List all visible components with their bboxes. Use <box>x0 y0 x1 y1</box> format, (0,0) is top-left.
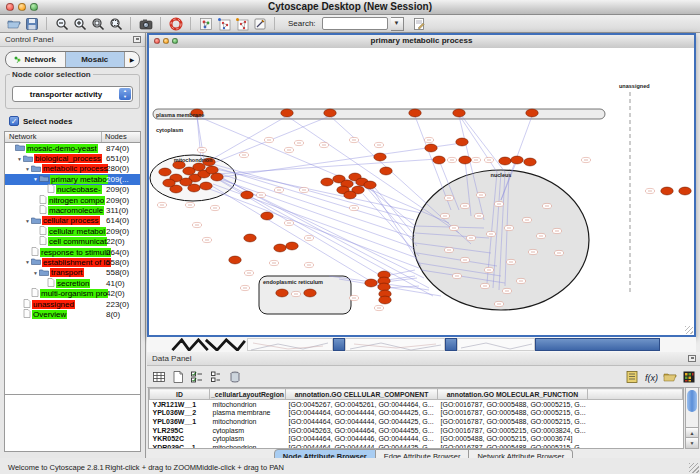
float-panel-icon[interactable] <box>133 36 141 43</box>
network-node[interactable] <box>324 109 336 117</box>
select-nodes-checkbox[interactable]: ✓ <box>9 116 19 126</box>
tree-row-macromolecule[interactable]: macromolecule311(0) <box>5 205 140 215</box>
network-node[interactable] <box>180 178 192 186</box>
background-window-fragment[interactable] <box>247 338 333 351</box>
network-node[interactable] <box>425 144 437 152</box>
edit-network-icon[interactable] <box>252 16 267 31</box>
new-attribute-icon[interactable] <box>170 369 185 384</box>
zoom-fit-icon[interactable] <box>108 16 123 31</box>
table-cell[interactable]: YPL036W__1 <box>150 417 210 426</box>
tree-row-transport[interactable]: ▼transport558(0) <box>5 268 140 278</box>
expand-arrow-icon[interactable]: ▼ <box>24 259 31 265</box>
tree-row-nucleobase-[interactable]: nucleobase-209(0) <box>5 185 140 195</box>
table-cell[interactable]: [GO:0044464, GO:0044444, GO:0044425, G..… <box>286 409 438 418</box>
table-row[interactable]: YPL036W__2plasma membrane[GO:0044464, GO… <box>150 409 683 418</box>
table-cell[interactable]: mitochondrion <box>210 400 286 409</box>
open-icon[interactable] <box>6 16 21 31</box>
layout-nodes-icon[interactable] <box>216 16 231 31</box>
network-canvas[interactable]: plasma membrane cytoplasm mitochondrion … <box>149 48 694 335</box>
attribute-list-icon[interactable] <box>624 369 639 384</box>
tree-row-overview[interactable]: Overview8(0) <box>5 309 140 319</box>
snapshot-icon[interactable] <box>138 16 153 31</box>
network-node[interactable] <box>163 179 175 187</box>
table-cell[interactable]: [GO:0016787, GO:0005488, GO:0005215, G..… <box>438 400 588 409</box>
network-node[interactable] <box>206 166 218 174</box>
network-node[interactable] <box>374 153 386 161</box>
column-header[interactable]: annotation.GO MOLECULAR_FUNCTION <box>438 389 588 400</box>
background-window-titlebar[interactable] <box>445 338 457 351</box>
network-node[interactable] <box>459 156 471 164</box>
network-node[interactable] <box>304 289 316 297</box>
network-node[interactable] <box>244 234 256 242</box>
network-edge[interactable] <box>217 159 437 174</box>
table-row[interactable]: YPL036W__1mitochondrion[GO:0044464, GO:0… <box>150 417 683 426</box>
network-node[interactable] <box>499 157 511 165</box>
network-node[interactable] <box>276 289 288 297</box>
column-header[interactable]: _cellularLayoutRegion <box>210 389 286 400</box>
scrollbar-thumb[interactable] <box>687 390 697 412</box>
table-cell[interactable]: [GO:0016787, GO:0005215, GO:0003824, G..… <box>438 426 588 435</box>
bird-eye-view[interactable] <box>4 394 141 452</box>
table-row[interactable]: YLR295Ccytoplasm[GO:0045263, GO:0044464,… <box>150 426 683 435</box>
annotation-icon[interactable] <box>412 16 427 31</box>
attribute-table[interactable]: ID_cellularLayoutRegionannotation.GO CEL… <box>148 387 684 449</box>
network-node[interactable] <box>365 279 377 287</box>
table-cell[interactable]: [GO:0044464, GO:0044446, GO:0044444, G..… <box>286 434 438 443</box>
node-color-combo[interactable]: transporter activity ▲▼ <box>12 86 133 102</box>
network-edge[interactable] <box>207 188 419 268</box>
network-edge[interactable] <box>212 186 382 288</box>
network-view-titlebar[interactable]: primary metabolic process <box>149 35 694 49</box>
network-edge[interactable] <box>367 188 417 246</box>
tree-row-cellular-process[interactable]: ▼cellular process614(0) <box>5 216 140 226</box>
overview-icon[interactable] <box>198 16 213 31</box>
help-icon[interactable] <box>168 16 183 31</box>
expand-arrow-icon[interactable]: ▼ <box>32 176 39 182</box>
network-node[interactable] <box>211 173 223 181</box>
expand-arrow-icon[interactable]: ▼ <box>16 156 23 162</box>
tree-header[interactable]: Network Nodes <box>5 132 140 143</box>
zoom-in-icon[interactable] <box>72 16 87 31</box>
network-resize-grip[interactable] <box>685 326 693 334</box>
network-node[interactable] <box>229 256 241 264</box>
table-scrollbar[interactable]: ▲ ▼ <box>685 387 699 449</box>
network-node[interactable] <box>526 109 538 117</box>
function-builder-icon[interactable]: f(x) <box>643 369 658 384</box>
zoom-out-icon[interactable] <box>54 16 69 31</box>
network-node[interactable] <box>241 191 253 199</box>
window-resize-grip[interactable] <box>689 463 699 473</box>
tree-row-secretion[interactable]: secretion41(0) <box>5 278 140 288</box>
network-node[interactable] <box>274 244 286 252</box>
network-node[interactable] <box>661 187 673 195</box>
zoom-selected-icon[interactable] <box>90 16 105 31</box>
import-attributes-icon[interactable] <box>662 369 677 384</box>
attribute-matrix-icon[interactable] <box>681 369 696 384</box>
float-panel-icon[interactable] <box>688 355 696 362</box>
table-cell[interactable]: YKR052C <box>150 434 210 443</box>
tabs-overflow-button[interactable]: ▶ <box>125 52 139 67</box>
delete-attribute-icon[interactable] <box>227 369 242 384</box>
network-node[interactable] <box>379 296 391 304</box>
network-node[interactable] <box>524 158 536 166</box>
tree-row-cellular-metabol[interactable]: cellular metabol209(0) <box>5 226 140 236</box>
save-icon[interactable] <box>24 16 39 31</box>
background-window-titlebar[interactable] <box>535 338 660 351</box>
network-node[interactable] <box>159 168 171 176</box>
background-window-titlebar[interactable] <box>333 338 345 351</box>
tree-row-mosaic-demo-yeast[interactable]: mosaic-demo-yeast874(0) <box>5 143 140 153</box>
table-cell[interactable]: [GO:0005488, GO:0005215, GO:0003674] <box>438 434 588 443</box>
network-node[interactable] <box>344 191 356 199</box>
network-node[interactable] <box>261 212 273 220</box>
network-node[interactable] <box>364 181 376 189</box>
unselect-attributes-icon[interactable] <box>208 369 223 384</box>
table-cell[interactable]: [GO:0045263, GO:0044464, GO:0044455, G..… <box>286 426 438 435</box>
table-cell[interactable]: cytoplasm <box>210 434 286 443</box>
network-node[interactable] <box>409 109 421 117</box>
network-edge[interactable] <box>363 194 419 256</box>
network-node[interactable] <box>286 242 298 250</box>
table-cell[interactable]: [GO:0016787, GO:0005488, GO:0005215, G..… <box>438 417 588 426</box>
table-icon[interactable] <box>151 369 166 384</box>
tree-row-biological-process[interactable]: ▼biological_process651(0) <box>5 153 140 163</box>
select-attributes-icon[interactable] <box>189 369 204 384</box>
table-cell[interactable]: YLR295C <box>150 426 210 435</box>
network-node[interactable] <box>433 156 445 164</box>
